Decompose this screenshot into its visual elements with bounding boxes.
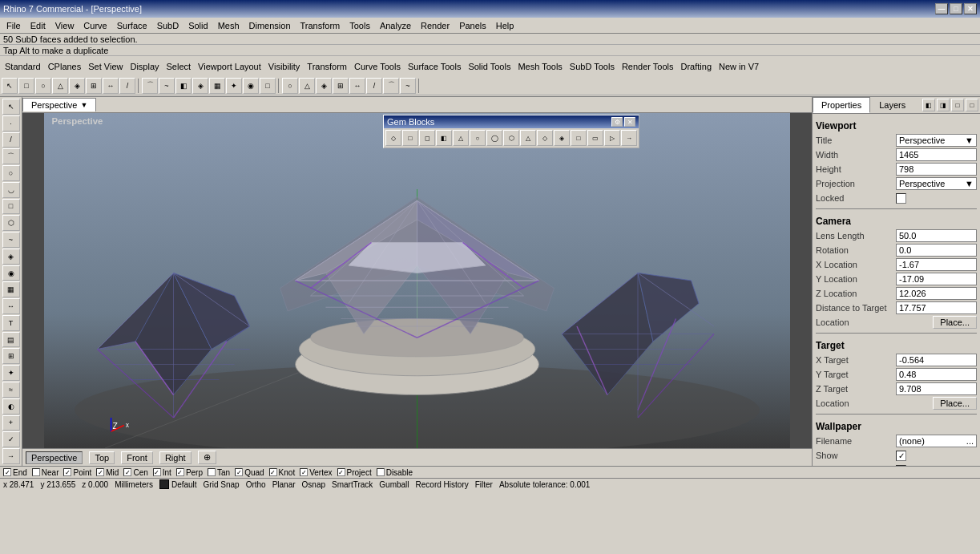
dim-tool-btn[interactable]: ↔ (2, 298, 20, 314)
toolbar-btn-16[interactable]: ○ (282, 78, 298, 94)
lens-length-value[interactable]: 50.0 (896, 229, 977, 242)
projection-value[interactable]: Perspective ▼ (896, 177, 977, 190)
gem-tool-8[interactable]: ⬡ (503, 130, 519, 146)
toolbar-btn-11[interactable]: ◈ (192, 78, 208, 94)
gem-tool-12[interactable]: □ (571, 130, 587, 146)
surface-tool-btn[interactable]: ◈ (2, 249, 20, 265)
width-value[interactable]: 1465 (896, 148, 977, 161)
snap-point[interactable]: ✓Point (63, 468, 91, 477)
toolbar-tab-select[interactable]: Select (163, 62, 195, 71)
close-button[interactable]: ✕ (964, 3, 977, 14)
toolbar-btn-17[interactable]: △ (299, 78, 315, 94)
toolbar-btn-13[interactable]: ✦ (226, 78, 242, 94)
toolbar-tab-transform[interactable]: Transform (304, 62, 350, 71)
toolbar-btn-12[interactable]: ▦ (209, 78, 225, 94)
point-tool-btn[interactable]: · (2, 115, 20, 131)
menu-solid[interactable]: Solid (183, 19, 212, 32)
z-location-value[interactable]: 12.026 (896, 287, 977, 300)
osnap-item[interactable]: Osnap (302, 480, 325, 489)
polyline-tool-btn[interactable]: ⌒ (2, 148, 20, 164)
menu-file[interactable]: File (2, 19, 26, 32)
snap-quad[interactable]: ✓Quad (235, 468, 264, 477)
snap-cen[interactable]: ✓Cen (123, 468, 147, 477)
viewport-area[interactable]: Perspective ▼ (22, 97, 812, 466)
gem-tool-2[interactable]: □ (402, 130, 418, 146)
snap-near[interactable]: Near (32, 468, 59, 477)
gem-tool-11[interactable]: ◈ (554, 130, 570, 146)
toolbar-btn-2[interactable]: ○ (35, 78, 51, 94)
toolbar-tab-visibility[interactable]: Visibility (265, 62, 304, 71)
gumball-item[interactable]: Gumball (379, 480, 409, 489)
gem-tool-5[interactable]: △ (453, 130, 469, 146)
menu-tools[interactable]: Tools (345, 19, 375, 32)
toolbar-btn-1[interactable]: □ (18, 78, 34, 94)
arc-tool-btn[interactable]: ◡ (2, 182, 20, 198)
snap-end[interactable]: ✓End (3, 468, 27, 477)
front-status-btn[interactable]: Front (121, 451, 153, 464)
right-status-btn[interactable]: Right (159, 451, 192, 464)
toolbar-btn-6[interactable]: ↔ (103, 78, 119, 94)
y-location-value[interactable]: -17.09 (896, 273, 977, 285)
toolbar-btn-20[interactable]: ↔ (349, 78, 365, 94)
add-viewport-btn[interactable]: ⊕ (198, 451, 216, 464)
toolbar-btn-22[interactable]: ⌒ (383, 78, 399, 94)
render-tool-btn[interactable]: ◐ (2, 398, 20, 414)
filename-value[interactable]: (none) ... (896, 435, 977, 447)
transform-tool-btn[interactable]: ✦ (2, 365, 20, 381)
toolbar-tab-standard[interactable]: Standard (2, 62, 44, 71)
menu-help[interactable]: Help (491, 19, 519, 32)
menu-transform[interactable]: Transform (296, 19, 345, 32)
toolbar-btn-7[interactable]: / (119, 78, 135, 94)
toolbar-btn-23[interactable]: ~ (400, 78, 416, 94)
block-tool-btn[interactable]: ⊞ (2, 348, 20, 364)
hatch-tool-btn[interactable]: ▤ (2, 332, 20, 348)
gem-tool-4[interactable]: ◧ (436, 130, 452, 146)
toolbar-btn-0[interactable]: ↖ (2, 78, 18, 94)
cam-place-button[interactable]: Place... (933, 316, 977, 329)
smarttrack-item[interactable]: SmartTrack (332, 480, 373, 489)
toolbar-btn-5[interactable]: ⊞ (86, 78, 102, 94)
record-history-item[interactable]: Record History (416, 480, 469, 489)
circle-tool-btn[interactable]: ○ (2, 165, 20, 181)
grid-snap-item[interactable]: Grid Snap (204, 480, 240, 489)
menu-mesh[interactable]: Mesh (213, 19, 244, 32)
gem-tool-10[interactable]: ◇ (537, 130, 553, 146)
toolbar-tab-display[interactable]: Display (127, 62, 162, 71)
toolbar-tab-surface-tools[interactable]: Surface Tools (405, 62, 464, 71)
rp-icon-3[interactable]: □ (951, 99, 964, 111)
snap-perp[interactable]: ✓Perp (176, 468, 203, 477)
extra-tool-btn[interactable]: + (2, 415, 20, 431)
toolbar-btn-9[interactable]: ~ (159, 78, 175, 94)
toolbar-btn-3[interactable]: △ (52, 78, 68, 94)
viewport-canvas[interactable]: Z x (22, 113, 812, 448)
gem-tool-13[interactable]: ▭ (587, 130, 603, 146)
x-location-value[interactable]: -1.67 (896, 258, 977, 271)
menu-subd[interactable]: SubD (152, 19, 184, 32)
menu-analyze[interactable]: Analyze (375, 19, 416, 32)
snap-tan[interactable]: Tan (208, 468, 230, 477)
toolbar-btn-14[interactable]: ◉ (243, 78, 259, 94)
gem-blocks-settings[interactable]: ⚙ (611, 117, 623, 127)
snap-disable[interactable]: Disable (377, 468, 413, 477)
snap-mid[interactable]: ✓Mid (96, 468, 119, 477)
gem-tool-15[interactable]: → (621, 130, 637, 146)
gem-tool-3[interactable]: ◻ (419, 130, 435, 146)
planar-item[interactable]: Planar (272, 480, 296, 489)
toolbar-btn-15[interactable]: □ (260, 78, 276, 94)
layers-tab[interactable]: Layers (870, 97, 914, 113)
gem-blocks-close[interactable]: ✕ (624, 117, 635, 127)
top-status-btn[interactable]: Top (89, 451, 115, 464)
check-tool-btn[interactable]: ✓ (2, 431, 20, 447)
gem-tool-7[interactable]: ◯ (486, 130, 502, 146)
menu-dimension[interactable]: Dimension (244, 19, 296, 32)
arrow-tool-btn[interactable]: → (2, 448, 20, 464)
select-tool-btn[interactable]: ↖ (2, 99, 20, 115)
toolbar-btn-8[interactable]: ⌒ (142, 78, 158, 94)
maximize-button[interactable]: □ (950, 3, 962, 14)
toolbar-btn-21[interactable]: / (366, 78, 382, 94)
rect-tool-btn[interactable]: □ (2, 199, 20, 215)
menu-view[interactable]: View (50, 19, 79, 32)
snap-vertex[interactable]: ✓Vertex (300, 468, 332, 477)
toolbar-tab-mesh-tools[interactable]: Mesh Tools (514, 62, 565, 71)
locked-checkbox[interactable] (896, 193, 906, 204)
